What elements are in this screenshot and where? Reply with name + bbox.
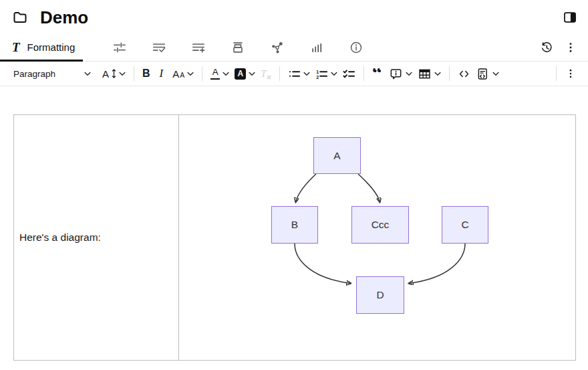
highlight-icon: A [235, 68, 246, 80]
diagram-node-D[interactable]: D [356, 276, 404, 314]
code-block-button[interactable] [473, 64, 502, 84]
toolbar-separator [556, 66, 557, 81]
diagram-node-C[interactable]: C [442, 206, 488, 244]
chevron-down-icon [434, 72, 441, 76]
formatting-tab-glyph: T [12, 40, 20, 55]
edge-A-B [296, 174, 317, 202]
callout-icon [389, 67, 403, 81]
toolbar-separator [279, 66, 280, 81]
chevron-down-icon [406, 72, 412, 76]
bold-glyph: B [142, 68, 150, 80]
svg-text:2: 2 [316, 74, 319, 80]
titlebar: Demo [0, 0, 588, 33]
chevron-down-icon [223, 72, 229, 76]
panel-toggle-button[interactable] [561, 9, 579, 26]
bullet-list-button[interactable] [285, 64, 313, 84]
list-add-icon [191, 40, 206, 55]
bold-button[interactable]: B [140, 64, 153, 84]
table-button[interactable] [415, 64, 444, 84]
toolbar-overflow-button[interactable] [562, 64, 579, 84]
highlight-button[interactable]: A [232, 64, 258, 84]
font-size-button[interactable]: A [100, 64, 128, 84]
tabbar: T Formatting [0, 33, 588, 62]
edge-C-D [409, 244, 465, 284]
chevron-down-icon [187, 72, 194, 76]
italic-glyph: I [160, 67, 164, 80]
blockquote-button[interactable]: “ [370, 64, 384, 84]
diagram-node-A[interactable]: A [313, 137, 361, 174]
tab-adjustments[interactable] [100, 33, 139, 61]
kebab-menu-icon [565, 68, 577, 80]
page-title: Demo [40, 7, 88, 28]
more-menu-button[interactable] [559, 33, 583, 61]
content-table: Here's a diagram: A B Ccc [13, 114, 576, 361]
chevron-down-icon [331, 72, 337, 76]
tab-formatting[interactable]: T Formatting [0, 33, 88, 61]
toolbar-separator [202, 66, 202, 81]
code-block-icon [476, 67, 490, 81]
chevron-down-icon [249, 72, 255, 76]
block-type-value: Paragraph [13, 69, 55, 79]
diagram-node-Ccc[interactable]: Ccc [351, 206, 409, 244]
info-icon [349, 40, 363, 55]
history-button[interactable] [535, 33, 559, 61]
tab-info[interactable] [336, 33, 376, 61]
table-cell-text[interactable]: Here's a diagram: [14, 115, 179, 360]
text-color-icon: A [210, 68, 220, 80]
checklist-icon [343, 68, 355, 80]
chevron-down-icon [492, 72, 499, 76]
graph-nodes-icon [270, 40, 285, 55]
chevron-down-icon [84, 72, 91, 76]
left-cell-text: Here's a diagram: [19, 232, 101, 244]
tab-graph[interactable] [257, 33, 297, 61]
tab-list-check[interactable] [139, 33, 178, 61]
panel-toggle-icon [563, 10, 577, 25]
tab-chart[interactable] [297, 33, 336, 61]
text-color-button[interactable]: A [208, 64, 232, 84]
adjustments-icon [112, 40, 127, 55]
history-icon [540, 41, 553, 54]
archive-icon [231, 40, 245, 55]
clear-formatting-icon: T [261, 68, 271, 80]
edge-A-Ccc [358, 174, 380, 202]
numbered-list-button[interactable]: 1 2 [313, 64, 340, 84]
numbered-list-icon: 1 2 [315, 68, 328, 80]
clear-formatting-button[interactable]: T [258, 64, 273, 84]
diagram: A B Ccc C D [179, 115, 575, 360]
formatting-tab-label: Formatting [27, 41, 76, 53]
tab-archive[interactable] [218, 33, 257, 61]
inline-code-icon [458, 68, 470, 80]
table-icon [418, 67, 432, 81]
text-case-button[interactable]: AA [170, 64, 196, 84]
table-cell-diagram[interactable]: A B Ccc C D [179, 115, 575, 360]
list-check-icon [152, 40, 166, 55]
font-size-glyph: A [102, 68, 109, 80]
toolbar-separator [449, 66, 450, 81]
formatting-toolbar: Paragraph A B I AA A [0, 62, 588, 86]
chevron-down-icon [303, 72, 310, 76]
callout-button[interactable] [386, 64, 415, 84]
kebab-menu-icon [564, 41, 577, 54]
tabbar-spacer [376, 33, 535, 61]
italic-button[interactable]: I [157, 64, 166, 84]
block-type-select[interactable]: Paragraph [13, 64, 91, 84]
folder-icon [12, 9, 28, 25]
svg-text:1: 1 [316, 69, 319, 74]
checklist-button[interactable] [340, 64, 358, 84]
inline-code-button[interactable] [455, 64, 473, 84]
edge-B-D [295, 244, 351, 284]
active-tab-underline [0, 60, 83, 62]
quote-icon: “ [372, 68, 381, 80]
font-size-arrow-icon [112, 68, 116, 79]
text-case-glyph: AA [172, 68, 184, 80]
tab-list-add[interactable] [178, 33, 218, 61]
toolbar-separator [363, 66, 364, 81]
bullet-list-icon [288, 68, 301, 80]
toolbar-separator [134, 66, 134, 81]
chevron-down-icon [119, 72, 126, 76]
diagram-node-B[interactable]: B [271, 206, 318, 244]
bar-chart-icon [309, 40, 324, 55]
